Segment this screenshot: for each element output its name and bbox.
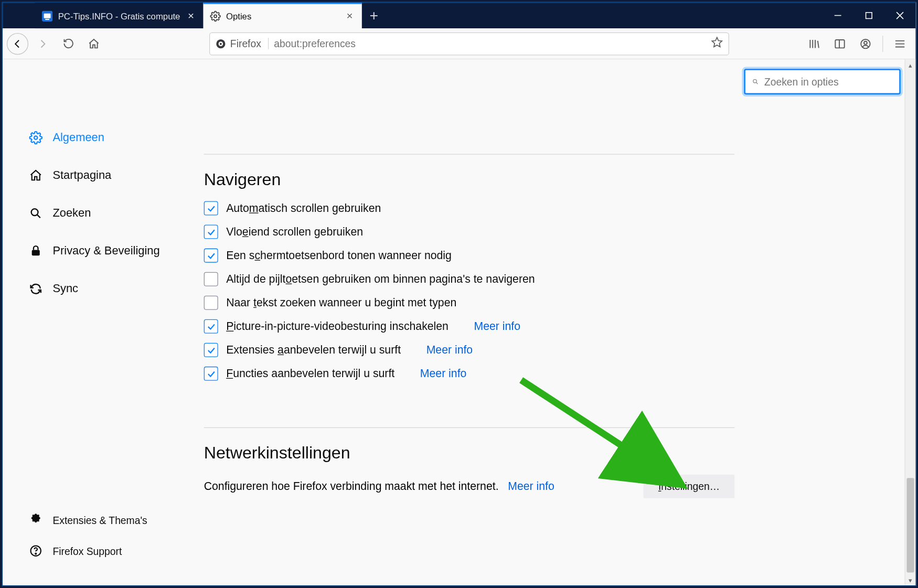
sidebar-item-home[interactable]: Startpagina [28,157,204,195]
sidebar-item-support[interactable]: Firefox Support [28,536,204,566]
checkbox-label[interactable]: Picture-in-picture-videobesturing inscha… [226,320,449,333]
network-settings-button[interactable]: Instellingen… [644,475,735,498]
sidebar-item-label: Sync [52,282,78,296]
scroll-up-icon[interactable]: ▴ [905,59,915,70]
title-bar: PC-Tips.INFO - Gratis compute × Opties ×… [3,3,915,28]
svg-rect-2 [45,19,49,20]
checkbox[interactable] [204,367,218,381]
back-button[interactable] [7,33,28,54]
learn-more-link[interactable]: Meer info [420,367,467,380]
account-icon[interactable] [854,32,877,55]
learn-more-link[interactable]: Meer info [426,344,473,356]
checkbox[interactable] [204,343,218,357]
library-icon[interactable] [803,32,826,55]
network-description: Configureren hoe Firefox verbinding maak… [204,480,554,493]
svg-point-19 [31,209,38,216]
checkbox-row: Een schermtoetsenbord tonen wanneer nodi… [204,249,738,263]
minimize-button[interactable] [823,3,853,28]
checkbox-row: Extensies aanbevelen terwijl u surft Mee… [204,343,738,357]
sidebar-item-label: Algemeen [52,131,104,145]
checkbox[interactable] [204,249,218,263]
tab-label: Opties [226,11,339,21]
home-icon [28,168,43,183]
sidebar-item-sync[interactable]: Sync [28,270,204,308]
lock-icon [28,244,43,259]
scrollbar-thumb[interactable] [906,478,914,572]
checkbox-row: Naar tekst zoeken wanneer u begint met t… [204,296,738,310]
sidebar-item-label: Privacy & Beveiliging [52,244,159,258]
sidebar-item-label: Startpagina [52,169,111,183]
preferences-main: Navigeren Automatisch scrollen gebruiken… [204,59,915,585]
menu-icon[interactable] [889,32,912,55]
sidebar-item-privacy[interactable]: Privacy & Beveiliging [28,232,204,270]
svg-point-23 [35,553,36,554]
identity-box[interactable]: Firefox [216,38,269,49]
identity-label: Firefox [230,38,261,49]
url-bar[interactable]: Firefox about:preferences [209,32,729,55]
preferences-sidebar: Algemeen Startpagina Zoeken Privacy & Be… [3,59,204,585]
checkbox-row: Functies aanbevelen terwijl u surft Meer… [204,367,738,381]
gear-icon [210,11,221,22]
close-window-button[interactable] [884,3,915,28]
tab-label: PC-Tips.INFO - Gratis compute [58,11,180,21]
svg-line-25 [756,82,757,84]
checkbox-label[interactable]: Automatisch scrollen gebruiken [226,202,381,215]
checkbox-label[interactable]: Altijd de pijltoetsen gebruiken om binne… [226,273,535,285]
window-controls [823,3,916,28]
checkbox-label[interactable]: Extensies aanbevelen terwijl u surft [226,344,401,356]
checkbox[interactable] [204,319,218,334]
scroll-down-icon[interactable]: ▾ [905,574,915,585]
tab-options[interactable]: Opties × [203,3,361,28]
svg-rect-1 [44,14,51,18]
content-area: Algemeen Startpagina Zoeken Privacy & Be… [3,59,915,585]
checkbox-row: Picture-in-picture-videobesturing inscha… [204,319,738,334]
svg-rect-21 [32,250,40,256]
section-title-network: Netwerkinstellingen [204,443,738,462]
svg-point-24 [753,79,756,82]
divider [204,154,735,154]
sidebar-item-extensions[interactable]: Extensies & Thema's [28,504,204,535]
navigation-toolbar: Firefox about:preferences [3,28,915,59]
sidebar-icon[interactable] [828,32,851,55]
checkbox-label[interactable]: Functies aanbevelen terwijl u surft [226,367,394,380]
checkbox-label[interactable]: Vloeiend scrollen gebruiken [226,226,363,238]
checkbox[interactable] [204,225,218,239]
bookmark-star-icon[interactable] [711,36,723,50]
learn-more-link[interactable]: Meer info [474,320,521,333]
sidebar-item-search[interactable]: Zoeken [28,195,204,232]
tab-pctips[interactable]: PC-Tips.INFO - Gratis compute × [35,3,203,28]
section-title-browsing: Navigeren [204,169,738,189]
sidebar-item-label: Zoeken [52,207,91,220]
gear-icon [28,130,43,145]
network-learnmore-link[interactable]: Meer info [508,480,554,492]
sidebar-item-label: Extensies & Thema's [52,514,147,526]
checkbox-row: Automatisch scrollen gebruiken [204,201,738,216]
sidebar-item-general[interactable]: Algemeen [28,119,204,157]
checkbox[interactable] [204,201,218,216]
svg-line-20 [37,215,40,218]
puzzle-icon [28,512,43,527]
forward-button[interactable] [31,32,54,55]
checkbox-row: Altijd de pijltoetsen gebruiken om binne… [204,272,738,286]
maximize-button[interactable] [853,3,884,28]
checkbox-row: Vloeiend scrollen gebruiken [204,225,738,239]
preferences-search[interactable] [744,69,901,94]
svg-point-3 [214,15,217,17]
close-icon[interactable]: × [186,11,197,22]
sidebar-item-label: Firefox Support [52,545,122,557]
svg-rect-5 [866,13,872,19]
vertical-scrollbar[interactable]: ▴ ▾ [905,59,916,585]
svg-point-14 [864,41,867,44]
checkbox-label[interactable]: Een schermtoetsenbord tonen wanneer nodi… [226,249,452,262]
new-tab-button[interactable]: + [362,3,386,28]
home-button[interactable] [82,32,105,55]
svg-point-10 [220,42,222,45]
reload-button[interactable] [57,32,80,55]
checkbox-label[interactable]: Naar tekst zoeken wanneer u begint met t… [226,296,456,309]
checkbox[interactable] [204,296,218,310]
search-input[interactable] [764,76,893,88]
favicon-pctips [42,11,53,22]
help-icon [28,543,43,558]
close-icon[interactable]: × [344,11,355,22]
checkbox[interactable] [204,272,218,286]
